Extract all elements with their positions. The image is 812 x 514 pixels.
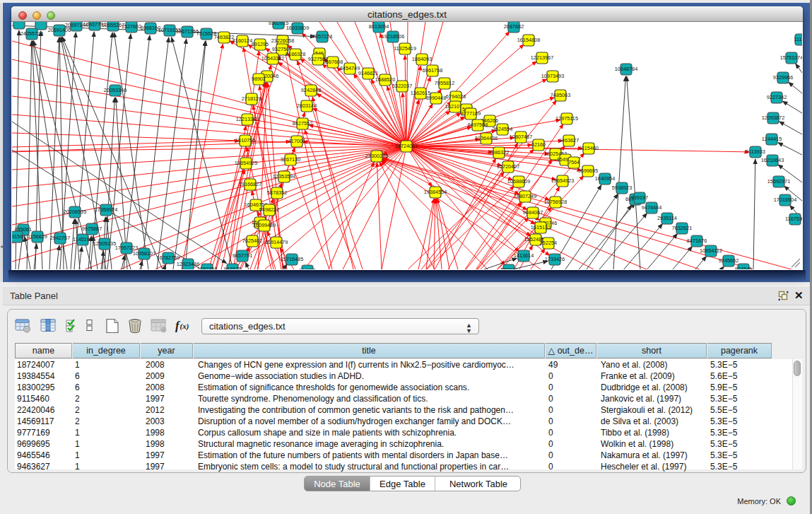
svg-text:19384554: 19384554 [424, 189, 447, 195]
svg-text:12505135: 12505135 [93, 240, 116, 247]
svg-text:15692971: 15692971 [767, 178, 790, 185]
svg-text:9113933: 9113933 [746, 148, 765, 155]
svg-text:891295: 891295 [252, 41, 269, 47]
svg-text:12213383: 12213383 [236, 116, 259, 122]
svg-text:7986322: 7986322 [489, 149, 509, 156]
svg-text:7857224: 7857224 [312, 33, 332, 40]
svg-text:1615132: 1615132 [531, 224, 551, 230]
svg-text:8160124: 8160124 [233, 37, 252, 44]
svg-text:7632621: 7632621 [672, 225, 692, 231]
svg-text:20053346: 20053346 [104, 87, 126, 93]
svg-text:19218506: 19218506 [382, 33, 404, 40]
svg-text:9084067: 9084067 [523, 209, 543, 216]
svg-text:19654925: 19654925 [235, 160, 257, 166]
svg-text:9463627: 9463627 [559, 137, 579, 144]
svg-text:20206535: 20206535 [64, 209, 86, 215]
svg-text:7564: 7564 [568, 159, 579, 165]
svg-text:17016504: 17016504 [774, 197, 796, 203]
svg-text:1610755: 1610755 [235, 137, 255, 144]
svg-text:10973493: 10973493 [541, 73, 564, 79]
svg-text:1145194: 1145194 [73, 236, 93, 243]
svg-text:19756928: 19756928 [544, 199, 567, 205]
svg-text:8990448: 8990448 [426, 95, 446, 101]
svg-text:6794028: 6794028 [446, 93, 466, 100]
svg-text:9242848: 9242848 [301, 87, 321, 93]
svg-text:3624554: 3624554 [493, 126, 512, 132]
svg-text:391594: 391594 [12, 233, 25, 240]
svg-text:2367608: 2367608 [323, 59, 343, 65]
svg-text:8471676: 8471676 [687, 238, 707, 244]
svg-text:16782759: 16782759 [157, 255, 180, 261]
svg-text:2803144: 2803144 [297, 103, 317, 109]
svg-text:16033809: 16033809 [286, 25, 309, 31]
svg-text:2942757: 2942757 [50, 235, 70, 241]
svg-text:15720407: 15720407 [497, 163, 519, 170]
svg-text:12353594: 12353594 [273, 173, 295, 180]
svg-text:98901: 98901 [252, 76, 266, 82]
svg-text:21364436: 21364436 [475, 135, 498, 141]
svg-text:1167534: 1167534 [785, 216, 802, 222]
svg-text:17359924: 17359924 [95, 206, 117, 213]
svg-text:12923486: 12923486 [177, 261, 199, 267]
svg-text:6497568: 6497568 [468, 122, 488, 128]
svg-text:5878352: 5878352 [267, 189, 287, 196]
svg-text:5938923: 5938923 [612, 185, 632, 191]
svg-text:16099489: 16099489 [253, 222, 276, 228]
svg-text:16914479: 16914479 [265, 239, 288, 245]
svg-text:2935114: 2935114 [657, 215, 677, 221]
svg-text:9227342: 9227342 [767, 94, 787, 100]
svg-text:(x): (x) [180, 322, 189, 331]
svg-text:62160: 62160 [531, 141, 546, 148]
svg-text:8427552: 8427552 [293, 120, 312, 127]
svg-text:417006: 417006 [288, 138, 305, 144]
svg-text:18807249: 18807249 [514, 193, 536, 199]
svg-text:8186328: 8186328 [286, 51, 305, 57]
svg-text:10958107: 10958107 [133, 250, 155, 257]
svg-text:9146821: 9146821 [358, 70, 378, 76]
svg-text:173342: 173342 [500, 267, 517, 269]
svg-text:7485063: 7485063 [551, 92, 570, 98]
svg-text:924545: 924545 [735, 266, 752, 269]
svg-text:1156829: 1156829 [28, 233, 47, 240]
svg-text:1292358: 1292358 [197, 266, 217, 269]
svg-text:154625: 154625 [299, 267, 316, 269]
svg-text:10543382: 10543382 [261, 55, 284, 62]
svg-text:19654923: 19654923 [551, 177, 574, 184]
svg-text:2718126: 2718126 [242, 95, 261, 102]
svg-text:9699695: 9699695 [578, 168, 598, 174]
svg-text:8454749: 8454749 [340, 65, 360, 71]
svg-text:10648784: 10648784 [615, 66, 637, 72]
svg-text:1733426: 1733426 [545, 256, 565, 262]
svg-text:11325419: 11325419 [394, 45, 416, 52]
svg-text:5498222: 5498222 [259, 206, 279, 213]
svg-text:9329966: 9329966 [773, 74, 793, 81]
svg-text:6961758: 6961758 [423, 67, 442, 74]
svg-text:1640954: 1640954 [595, 175, 615, 182]
svg-text:10654112: 10654112 [700, 247, 722, 254]
svg-text:939197: 939197 [631, 194, 648, 201]
svg-text:10807487: 10807487 [510, 134, 532, 140]
svg-text:9245652: 9245652 [719, 257, 739, 264]
svg-text:10671355: 10671355 [176, 28, 199, 35]
svg-text:15751074: 15751074 [780, 54, 802, 61]
svg-text:11172: 11172 [794, 36, 802, 42]
svg-text:12093872: 12093872 [762, 115, 784, 121]
svg-text:9457791: 9457791 [233, 252, 252, 259]
svg-text:12975115: 12975115 [555, 115, 578, 122]
svg-text:1413614: 1413614 [514, 252, 534, 259]
svg-text:23226058: 23226058 [271, 37, 294, 44]
svg-text:18724007: 18724007 [395, 143, 418, 149]
svg-text:3267130: 3267130 [281, 156, 300, 163]
svg-text:8813054: 8813054 [369, 23, 389, 30]
svg-text:1244415: 1244415 [762, 136, 782, 142]
svg-text:7955812: 7955812 [435, 80, 454, 86]
svg-text:2087682: 2087682 [504, 23, 524, 30]
svg-text:9474444: 9474444 [642, 204, 661, 211]
svg-text:1527602: 1527602 [122, 23, 141, 30]
svg-text:9975887: 9975887 [82, 226, 102, 232]
svg-text:12213967: 12213967 [531, 54, 553, 61]
svg-text:23300275: 23300275 [365, 153, 388, 159]
svg-text:15716485: 15716485 [281, 256, 303, 262]
svg-text:9777169: 9777169 [461, 110, 481, 117]
svg-text:16210643: 16210643 [761, 157, 784, 163]
